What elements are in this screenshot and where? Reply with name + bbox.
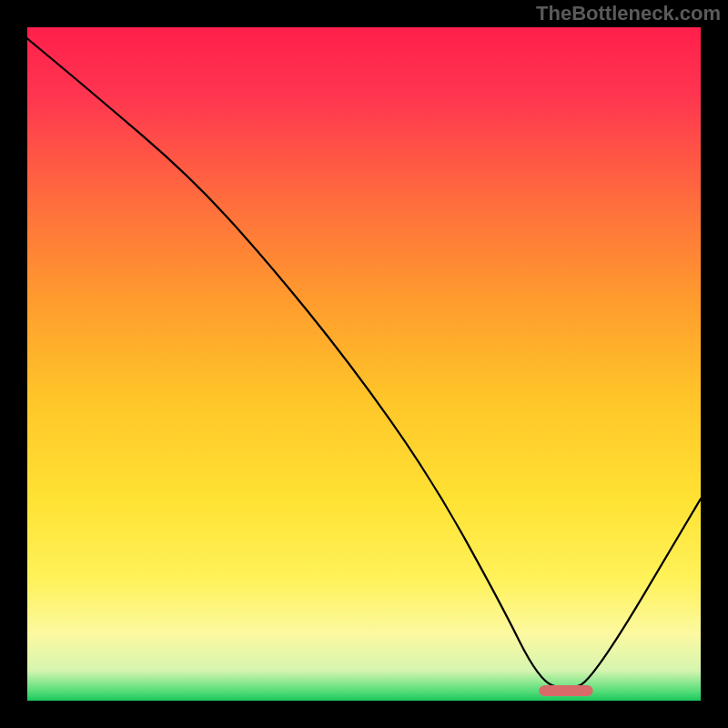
- watermark-text: TheBottleneck.com: [536, 2, 721, 25]
- gradient-background: [27, 27, 701, 701]
- optimal-range-marker: [539, 685, 592, 696]
- plot-area: [27, 27, 701, 701]
- chart-root: TheBottleneck.com: [0, 0, 728, 728]
- plot-svg: [27, 27, 701, 701]
